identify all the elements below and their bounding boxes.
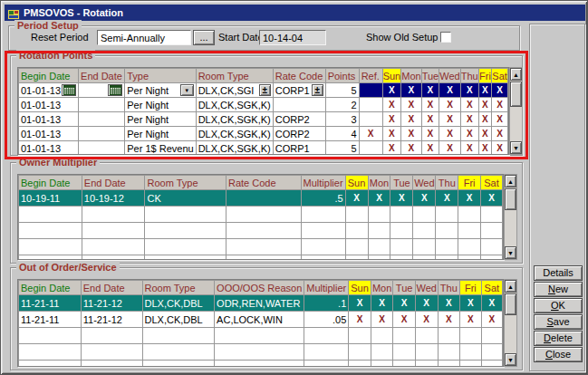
cell-empty[interactable] <box>415 328 438 344</box>
cell-points[interactable]: 5 <box>325 83 359 98</box>
calendar-icon[interactable] <box>62 84 76 96</box>
cell-empty[interactable] <box>349 344 371 361</box>
cell-begin-date[interactable]: 01-01-13 <box>19 98 79 112</box>
cell-day-mark[interactable]: X <box>371 312 393 328</box>
cell-empty[interactable] <box>458 207 481 223</box>
reset-period-browse-button[interactable]: ... <box>193 30 215 45</box>
cell-begin-date[interactable]: 11-21-11 <box>19 295 82 312</box>
cell-empty[interactable] <box>390 255 413 261</box>
cell-empty[interactable] <box>390 239 413 255</box>
cell-day-mark[interactable]: X <box>382 112 401 127</box>
scrollbar-up-icon[interactable]: ▲ <box>505 280 516 293</box>
cell-rate-code[interactable]: CORP2 <box>273 112 325 127</box>
cell-reason[interactable]: AC,LOCK,WIN <box>215 312 304 328</box>
cell-end-date[interactable] <box>79 83 125 98</box>
cell-multiplier[interactable]: .05 <box>304 312 349 328</box>
calendar-icon[interactable] <box>108 84 122 96</box>
cell-empty[interactable] <box>481 223 503 239</box>
cell-empty[interactable] <box>438 361 459 368</box>
cell-day-mark[interactable]: X <box>401 112 421 127</box>
cell-empty[interactable] <box>345 255 368 261</box>
cell-empty[interactable] <box>82 223 145 239</box>
cell-rate-code[interactable]: CORP2 <box>273 127 325 141</box>
cell-day-mark[interactable]: X <box>415 295 438 312</box>
cell-empty[interactable] <box>19 223 82 239</box>
cell-empty[interactable] <box>345 239 368 255</box>
cell-empty[interactable] <box>460 344 482 361</box>
cell-end-date[interactable] <box>79 98 125 112</box>
cell-end-date[interactable]: 10-19-12 <box>82 190 145 207</box>
cell-empty[interactable] <box>415 344 438 361</box>
cell-room-type[interactable]: DLX,CK,SGI± <box>196 83 273 98</box>
cell-empty[interactable] <box>413 223 436 239</box>
cell-empty[interactable] <box>227 207 302 223</box>
cell-empty[interactable] <box>215 344 304 361</box>
cell-empty[interactable] <box>368 207 390 223</box>
cell-day-mark[interactable]: X <box>421 98 439 112</box>
scrollbar-up-icon[interactable]: ▲ <box>510 68 522 81</box>
cell-empty[interactable] <box>215 361 304 368</box>
cell-day-mark[interactable]: X <box>439 112 460 127</box>
cell-empty[interactable] <box>393 344 415 361</box>
cell-empty[interactable] <box>481 239 503 255</box>
cell-room-type[interactable]: DLX,CK,SGK,K) <box>196 141 273 156</box>
scrollbar-down-icon[interactable]: ▼ <box>510 141 522 154</box>
ok-button[interactable]: OK <box>534 298 583 313</box>
cell-rate-code[interactable] <box>227 190 302 207</box>
cell-day-mark[interactable]: X <box>478 112 491 127</box>
cell-type[interactable]: Per Night <box>125 127 196 141</box>
cell-begin-date[interactable]: 10-19-11 <box>19 190 82 207</box>
cell-ref[interactable] <box>359 112 382 127</box>
out-of-order-scrollbar[interactable]: ▲ ▼ <box>504 279 517 367</box>
cell-day-mark[interactable]: X <box>492 98 508 112</box>
cell-day-mark[interactable]: X <box>345 190 368 207</box>
cell-day-mark[interactable]: X <box>458 190 481 207</box>
cell-day-mark[interactable]: X <box>460 83 478 98</box>
scrollbar-down-icon[interactable]: ▼ <box>505 353 516 366</box>
cell-type[interactable]: Per Night <box>125 112 196 127</box>
cell-empty[interactable] <box>301 239 345 255</box>
cell-day-mark[interactable]: X <box>492 83 508 98</box>
cell-empty[interactable] <box>481 207 503 223</box>
cell-day-mark[interactable]: X <box>390 190 413 207</box>
cell-day-mark[interactable]: X <box>349 295 371 312</box>
cell-empty[interactable] <box>436 255 458 261</box>
cell-room-type[interactable]: DLX,CK,SGK,K) <box>196 98 273 112</box>
cell-empty[interactable] <box>304 328 349 344</box>
cell-empty[interactable] <box>304 361 349 368</box>
cell-empty[interactable] <box>19 344 82 361</box>
dropdown-arrow-icon[interactable]: ▼ <box>180 84 194 96</box>
cell-ref[interactable] <box>359 83 382 98</box>
scrollbar-thumb[interactable] <box>505 293 516 315</box>
cell-empty[interactable] <box>145 207 227 223</box>
scrollbar-thumb[interactable] <box>505 188 516 210</box>
cell-empty[interactable] <box>436 223 458 239</box>
cell-empty[interactable] <box>82 255 145 261</box>
cell-empty[interactable] <box>481 361 502 368</box>
cell-empty[interactable] <box>82 207 145 223</box>
cell-empty[interactable] <box>390 223 413 239</box>
show-old-setup-checkbox[interactable] <box>440 32 451 43</box>
cell-day-mark[interactable]: X <box>401 141 421 156</box>
cell-empty[interactable] <box>460 361 482 368</box>
save-button[interactable]: Save <box>534 314 583 330</box>
cell-multiplier[interactable]: .1 <box>304 295 349 312</box>
cell-room-type[interactable]: DLX,CK,DBL <box>142 312 215 328</box>
cell-empty[interactable] <box>349 361 371 368</box>
cell-ref[interactable] <box>359 141 382 156</box>
cell-day-mark[interactable]: X <box>439 127 460 141</box>
cell-end-date[interactable] <box>79 112 125 127</box>
cell-ref[interactable] <box>359 98 382 112</box>
cell-points[interactable]: 2 <box>325 98 359 112</box>
cell-day-mark[interactable]: X <box>481 312 502 328</box>
cell-empty[interactable] <box>460 328 482 344</box>
cell-empty[interactable] <box>19 255 82 261</box>
cell-end-date[interactable] <box>79 141 125 156</box>
cell-empty[interactable] <box>368 239 390 255</box>
cell-empty[interactable] <box>215 328 304 344</box>
cell-day-mark[interactable]: X <box>421 127 439 141</box>
cell-empty[interactable] <box>436 207 458 223</box>
cell-day-mark[interactable]: X <box>460 312 482 328</box>
cell-empty[interactable] <box>19 207 82 223</box>
cell-points[interactable]: 3 <box>325 112 359 127</box>
